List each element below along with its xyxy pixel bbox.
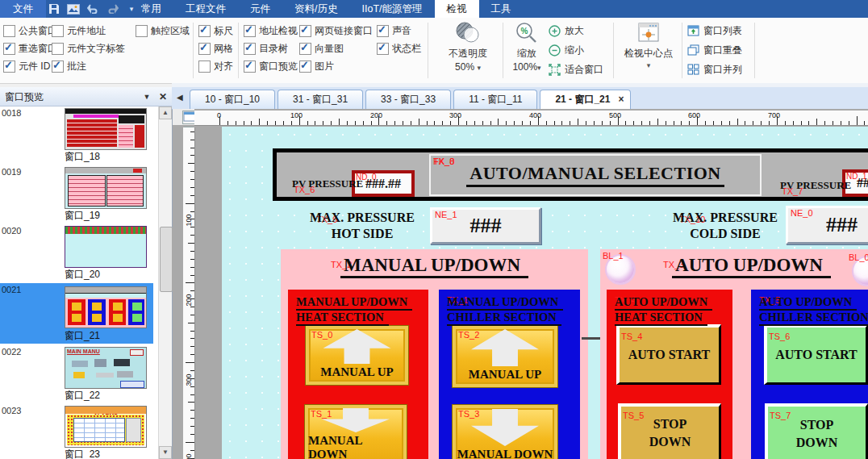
checkbox-icon[interactable] <box>299 61 311 73</box>
manual-up-button-ts2[interactable]: TS_2 MANUAL UP <box>453 326 557 387</box>
manual-down-button-ts1[interactable]: TS_1 MANUAL DOWN <box>305 405 407 459</box>
list-item-window-18[interactable]: 0018 窗口_18 <box>0 106 153 165</box>
list-item-window-20[interactable]: 0020 窗口_20 <box>0 224 153 282</box>
sidebar-scrollbar[interactable]: ▲ ▼ <box>158 106 172 459</box>
checkbox-reselect-window[interactable]: 重选窗口 <box>3 42 57 56</box>
checkbox-icon[interactable] <box>244 43 256 55</box>
auto-section[interactable]: BL_1 TX_3 AUTO UP/DOWN BL_0 TX_4 AUTO UP… <box>600 249 868 459</box>
panel-close-icon[interactable]: ✕ <box>156 87 170 106</box>
checkbox-status-bar[interactable]: 状态栏 <box>377 42 421 56</box>
checkbox-icon[interactable] <box>198 25 211 37</box>
view-center-button[interactable]: 检视中心点 ▾ <box>618 21 679 79</box>
manual-down-button-ts3[interactable]: TS_3 MANUAL DOWN <box>453 405 557 459</box>
undo-icon[interactable] <box>86 2 100 15</box>
list-item-window-19[interactable]: 0019 窗口_19 <box>0 165 153 223</box>
checkbox-icon[interactable] <box>377 43 389 55</box>
list-item-window-22[interactable]: 0022 MAIN MANU 窗口_22 <box>0 345 153 403</box>
checkbox-icon[interactable] <box>3 61 15 73</box>
checkbox-address-view[interactable]: 地址检视 <box>244 24 298 38</box>
tab-close-icon[interactable]: × <box>618 94 624 105</box>
auto-section-title[interactable]: TX_3 AUTO UP/DOWN <box>600 255 868 276</box>
manual-heat-panel[interactable]: TX_0 MANUAL UP/DOWN HEAT SECTION TS_0 MA… <box>288 290 428 459</box>
auto-chiller-panel[interactable]: TX_5 AUTO UP/DOWN CHILLER SECTION TS_6 A… <box>751 290 868 459</box>
tab-ziliao-lishi[interactable]: 资料/历史 <box>282 0 349 18</box>
tab-yuanjian[interactable]: 元件 <box>238 0 282 18</box>
scrollbar-thumb[interactable] <box>160 227 173 292</box>
max-pressure-hot-text[interactable]: TX_9 MAX. PRESSURE HOT SIDE <box>302 210 423 242</box>
save-icon[interactable] <box>47 2 61 15</box>
window-thumbnail[interactable]: MAIN MANU <box>65 347 147 389</box>
checkbox-annotation[interactable]: 批注 <box>52 60 86 73</box>
checkbox-icon[interactable] <box>3 43 15 55</box>
list-item-window-21-selected[interactable]: 0021 窗口_21 <box>0 283 153 344</box>
tab-gongchengwenjian[interactable]: 工程文件 <box>173 0 238 18</box>
doc-tab-window-11[interactable]: 11 - 窗口_11 <box>453 90 537 109</box>
header-bar-element[interactable]: TX_6 PV PRESSURE ND_0 ###.## FK_0 TX_8 A… <box>273 148 868 201</box>
window-thumbnail[interactable] <box>65 286 147 328</box>
checkbox-ruler[interactable]: 标尺 <box>198 24 233 38</box>
hmi-screen[interactable]: TX_6 PV PRESSURE ND_0 ###.## FK_0 TX_8 A… <box>222 127 868 459</box>
window-overlap-button[interactable]: 窗口重叠 <box>687 43 742 57</box>
checkbox-icon[interactable] <box>198 61 211 73</box>
fit-window-button[interactable]: 适合窗口 <box>549 62 603 77</box>
tab-gongju[interactable]: 工具 <box>479 0 524 18</box>
export-image-icon[interactable] <box>66 2 81 15</box>
manual-section[interactable]: TX_2 MANUAL UP/DOWN TX_0 MANUAL UP/DOWN … <box>281 249 588 459</box>
checkbox-align[interactable]: 对齐 <box>198 60 233 73</box>
auto-start-button-ts4[interactable]: TS_4 AUTO START <box>616 324 721 385</box>
checkbox-icon[interactable] <box>244 61 256 73</box>
tab-changyong[interactable]: 常用 <box>129 0 173 18</box>
manual-section-title[interactable]: TX_2 MANUAL UP/DOWN <box>281 255 588 276</box>
checkbox-icon[interactable] <box>3 25 15 37</box>
checkbox-vector-graphic[interactable]: 向量图 <box>299 42 344 56</box>
auto-heat-panel[interactable]: TX_4 AUTO UP/DOWN HEAT SECTION TS_4 AUTO… <box>607 290 732 459</box>
pv-pressure-right-text[interactable]: TX_7 PV PRESSURE <box>780 179 851 192</box>
max-pressure-cold-text[interactable]: TX_10 MAX. PRESSURE COLD SIDE <box>665 210 786 242</box>
window-list-button[interactable]: 窗口列表 <box>687 23 742 38</box>
stop-down-button-ts7[interactable]: TS_7 STOPDOWN <box>765 403 868 459</box>
window-thumbnail[interactable] <box>65 108 147 150</box>
doc-tab-window-10[interactable]: 10 - 窗口_10 <box>190 90 275 109</box>
checkbox-icon[interactable] <box>136 25 148 37</box>
checkbox-element-text-label[interactable]: 元件文字标签 <box>52 42 125 56</box>
checkbox-icon[interactable] <box>299 25 311 37</box>
checkbox-picture[interactable]: 图片 <box>299 60 334 73</box>
scroll-up-button[interactable]: ▲ <box>159 106 172 119</box>
checkbox-icon[interactable] <box>198 43 211 55</box>
zoom-out-button[interactable]: 缩小 <box>549 43 584 57</box>
window-thumbnail[interactable]: ALARMS <box>65 406 147 448</box>
numeric-entry-ne1[interactable]: NE_1 ### <box>430 207 541 244</box>
checkbox-icon[interactable] <box>377 25 389 37</box>
checkbox-sound[interactable]: 声音 <box>377 24 411 38</box>
scroll-down-button[interactable]: ▼ <box>159 446 172 459</box>
function-key-fk0[interactable]: FK_0 TX_8 AUTO/MANUAL SELECTION <box>429 154 762 196</box>
doc-tab-window-33[interactable]: 33 - 窗口_33 <box>365 90 451 109</box>
zoom-in-button[interactable]: 放大 <box>549 23 584 38</box>
design-canvas[interactable]: 0 100 200 300 400 500 600 700 100 200 30… <box>173 109 868 459</box>
tab-scroll-left-icon[interactable]: ◀ <box>177 93 183 102</box>
checkbox-element-address[interactable]: 元件地址 <box>52 24 106 38</box>
file-menu-button[interactable]: 文件 <box>0 0 46 18</box>
doc-tab-window-31[interactable]: 31 - 窗口_31 <box>278 90 363 109</box>
pv-pressure-left-text[interactable]: TX_6 PV PRESSURE <box>292 177 363 190</box>
checkbox-icon[interactable] <box>244 25 256 37</box>
tab-iiot[interactable]: IIoT/能源管理 <box>349 0 434 18</box>
doc-tab-window-21-active[interactable]: 21 - 窗口_21× <box>540 90 631 109</box>
checkbox-public-window[interactable]: 公共窗口 <box>3 24 57 38</box>
checkbox-window-preview[interactable]: 窗口预览 <box>244 60 298 73</box>
window-thumbnail[interactable] <box>65 226 147 268</box>
checkbox-icon[interactable] <box>299 43 311 55</box>
auto-start-button-ts6[interactable]: TS_6 AUTO START <box>764 324 868 385</box>
checkbox-icon[interactable] <box>52 61 64 73</box>
checkbox-icon[interactable] <box>52 43 64 55</box>
tab-jianshi-active[interactable]: 检视 <box>435 0 479 18</box>
checkbox-icon[interactable] <box>52 25 64 37</box>
window-thumbnail[interactable] <box>65 167 147 209</box>
zoom-button[interactable]: % 缩放 100%▾ <box>507 21 547 79</box>
redo-icon[interactable] <box>105 2 119 15</box>
checkbox-weblink-window[interactable]: 网页链接窗口 <box>299 24 373 38</box>
checkbox-touch-area[interactable]: 触控区域 <box>136 24 190 38</box>
panel-dropdown-icon[interactable]: ▼ <box>140 87 154 106</box>
stop-down-button-ts5[interactable]: TS_5 STOPDOWN <box>618 403 721 459</box>
numeric-entry-ne0[interactable]: NE_0 ### <box>786 206 868 244</box>
